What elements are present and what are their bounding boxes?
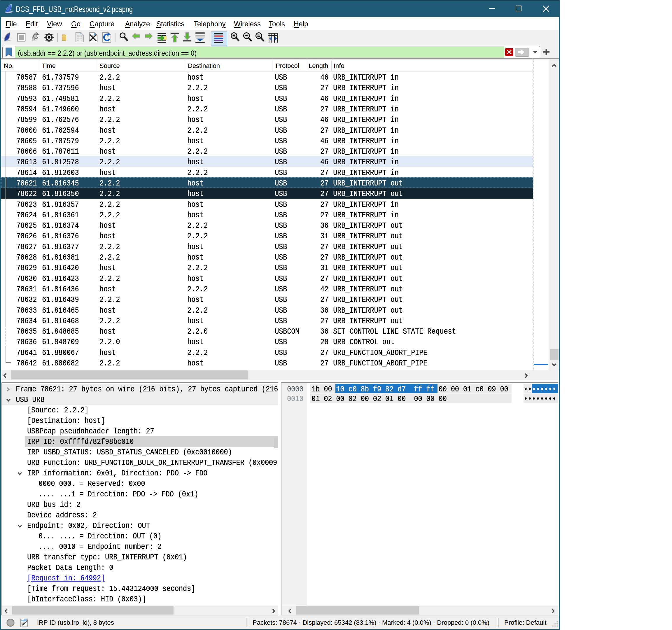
svg-text:0111: 0111 — [77, 39, 82, 42]
